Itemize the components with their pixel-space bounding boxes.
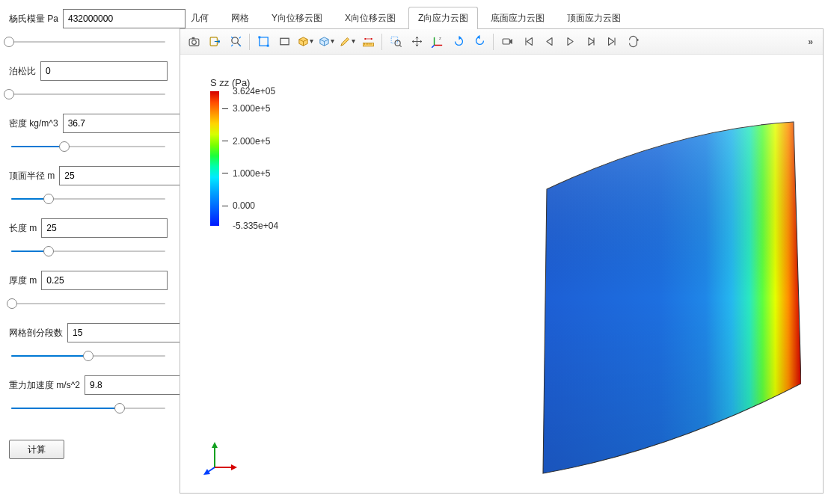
- param-label-poisson: 泊松比: [9, 65, 40, 78]
- record-icon[interactable]: [498, 33, 516, 51]
- param-label-grav: 重力加速度 m/s^2: [9, 379, 85, 392]
- param-slider-thick[interactable]: [9, 296, 168, 313]
- svg-text:z: z: [438, 36, 441, 40]
- param-slider-poisson[interactable]: [9, 87, 168, 103]
- param-panel: 杨氏模量 Pa 泊松比 密度 kg/m^3 顶面半径 m: [0, 0, 177, 504]
- param-slider-grav[interactable]: [9, 401, 168, 417]
- loop-icon[interactable]: [624, 33, 642, 51]
- zoom-fit-icon[interactable]: [227, 33, 245, 51]
- svg-rect-8: [266, 45, 269, 47]
- clear-icon[interactable]: ▾: [338, 33, 356, 51]
- svg-rect-14: [391, 37, 398, 43]
- zoom-window-icon[interactable]: [387, 33, 405, 51]
- svg-marker-28: [231, 464, 237, 470]
- svg-marker-24: [637, 38, 639, 41]
- param-input-density[interactable]: [63, 114, 185, 133]
- result-canvas[interactable]: S zz (Pa) 3.624e+053.000e+52.000e+51.000…: [180, 55, 823, 493]
- svg-point-1: [191, 40, 196, 45]
- tab-dispX[interactable]: X向位移云图: [335, 7, 405, 29]
- frame-last-icon[interactable]: [603, 33, 621, 51]
- tab-stressBot[interactable]: 底面应力云图: [481, 7, 554, 29]
- param-input-length[interactable]: [41, 218, 168, 238]
- legend-ticks: 3.624e+053.000e+52.000e+51.000e+50.000-5…: [222, 91, 289, 226]
- svg-rect-9: [280, 38, 288, 45]
- param-label-radius: 顶面半径 m: [9, 170, 59, 182]
- param-slider-length[interactable]: [9, 244, 168, 260]
- stress-surface: [375, 99, 801, 481]
- param-input-thick[interactable]: [41, 271, 168, 290]
- select-rect-icon[interactable]: [275, 33, 293, 51]
- svg-rect-6: [259, 37, 267, 46]
- play-icon[interactable]: [561, 33, 579, 51]
- param-slider-mesh[interactable]: [9, 348, 168, 365]
- tab-mesh[interactable]: 网格: [221, 7, 259, 29]
- toolbar: ▾▾▾z»: [180, 29, 823, 55]
- tab-geom[interactable]: 几何: [181, 7, 218, 29]
- legend-color-bar: [210, 91, 219, 226]
- rotate-cw-icon[interactable]: [470, 33, 488, 51]
- axis-widget: [203, 439, 240, 476]
- svg-rect-2: [191, 37, 194, 39]
- param-label-thick: 厚度 m: [9, 274, 41, 287]
- svg-marker-21: [459, 36, 462, 40]
- param-label-youngs: 杨氏模量 Pa: [9, 13, 63, 25]
- legend-tick: 1.000e+5: [222, 168, 270, 179]
- tab-dispY[interactable]: Y向位移云图: [262, 7, 332, 29]
- tab-bar: 几何网格Y向位移云图X向位移云图Z向应力云图底面应力云图顶面应力云图: [180, 6, 824, 28]
- param-input-radius[interactable]: [59, 166, 182, 185]
- svg-marker-26: [212, 442, 218, 448]
- legend-tick: 2.000e+5: [222, 136, 270, 147]
- tab-stressZ[interactable]: Z向应力云图: [408, 7, 478, 29]
- param-label-density: 密度 kg/m^3: [9, 117, 63, 130]
- svg-marker-30: [203, 469, 210, 475]
- param-slider-radius[interactable]: [9, 191, 168, 208]
- measure-icon[interactable]: [359, 33, 377, 51]
- export-icon[interactable]: [206, 33, 224, 51]
- legend-tick: 3.624e+05: [222, 86, 275, 96]
- legend-tick: 3.000e+5: [222, 103, 270, 114]
- frame-next-icon[interactable]: [582, 33, 600, 51]
- param-input-youngs[interactable]: [63, 9, 185, 28]
- param-input-mesh[interactable]: [67, 323, 190, 342]
- main-area: 几何网格Y向位移云图X向位移云图Z向应力云图底面应力云图顶面应力云图 ▾▾▾z»…: [177, 0, 834, 504]
- select-box-icon[interactable]: [254, 33, 272, 51]
- param-label-length: 长度 m: [9, 222, 41, 235]
- legend-tick: -5.335e+04: [222, 221, 278, 231]
- toolbar-overflow-icon[interactable]: »: [802, 37, 818, 47]
- svg-rect-7: [258, 36, 260, 38]
- param-slider-density[interactable]: [9, 139, 168, 156]
- param-input-poisson[interactable]: [40, 61, 168, 81]
- svg-rect-23: [503, 39, 509, 44]
- legend-tick: 0.000: [222, 200, 255, 211]
- screenshot-icon[interactable]: [185, 33, 203, 51]
- transparency-icon[interactable]: ▾: [317, 33, 335, 51]
- rotate-ccw-icon[interactable]: [450, 33, 467, 51]
- param-label-mesh: 网格剖分段数: [9, 327, 67, 339]
- svg-line-16: [399, 45, 401, 46]
- color-legend: S zz (Pa) 3.624e+053.000e+52.000e+51.000…: [210, 77, 289, 226]
- frame-prev-icon[interactable]: [540, 33, 558, 51]
- param-slider-youngs[interactable]: [9, 34, 168, 51]
- view-frame: ▾▾▾z» S zz (Pa) 3.624e+053.000e+52.000e+…: [180, 28, 824, 494]
- svg-line-29: [206, 467, 215, 473]
- svg-line-19: [432, 45, 435, 48]
- cube-dd-icon[interactable]: ▾: [296, 33, 314, 51]
- pan-icon[interactable]: [408, 33, 426, 51]
- axes-icon[interactable]: z: [429, 33, 447, 51]
- frame-first-icon[interactable]: [519, 33, 537, 51]
- tab-stressTop[interactable]: 顶面应力云图: [557, 7, 631, 29]
- compute-button[interactable]: 计算: [9, 440, 64, 459]
